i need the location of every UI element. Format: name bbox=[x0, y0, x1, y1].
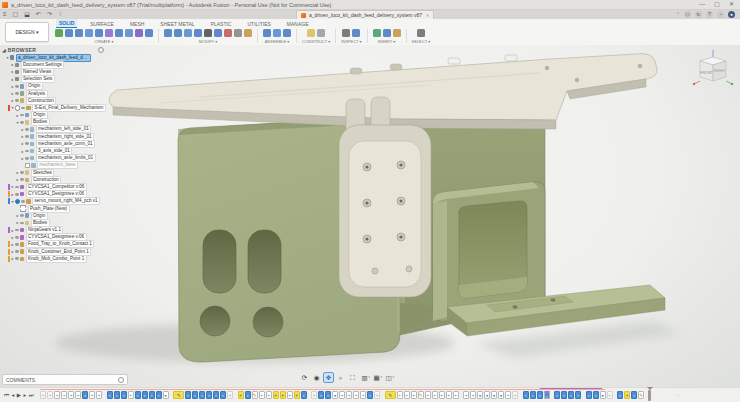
sketch-feature-icon[interactable]: + bbox=[294, 391, 300, 399]
browser-row[interactable]: ▸Document Settings bbox=[2, 61, 106, 68]
joint-feature-icon[interactable]: + bbox=[439, 391, 445, 399]
insert-mesh-icon[interactable] bbox=[393, 29, 401, 37]
visibility-eye-icon[interactable] bbox=[21, 200, 25, 203]
section-analysis-icon[interactable] bbox=[352, 29, 360, 37]
component-feature-icon[interactable]: ● bbox=[332, 391, 338, 399]
play-button[interactable]: ▶ bbox=[17, 388, 21, 402]
fit-icon[interactable]: ⛶ bbox=[348, 373, 357, 382]
suppressed-feature-icon[interactable]: + bbox=[47, 391, 53, 399]
tab-mesh[interactable]: MESH bbox=[127, 20, 147, 28]
view-cube[interactable]: FRONT RIGHT bbox=[692, 48, 734, 92]
joint-feature-icon[interactable]: + bbox=[411, 391, 417, 399]
visibility-eye-icon[interactable] bbox=[15, 193, 19, 196]
create-sketch-icon[interactable] bbox=[55, 29, 63, 37]
solid-feature-icon[interactable]: ▫ bbox=[586, 391, 592, 399]
extensions-icon[interactable]: ⬡ bbox=[684, 11, 691, 18]
solid-feature-icon[interactable]: ▫ bbox=[537, 391, 543, 399]
solid-feature-icon[interactable]: ▫ bbox=[156, 391, 162, 399]
component-feature-icon[interactable]: ● bbox=[477, 391, 483, 399]
component-feature-icon[interactable]: ● bbox=[163, 391, 169, 399]
close-button[interactable]: ✕ bbox=[729, 0, 734, 9]
sketch-feature-icon[interactable]: + bbox=[624, 391, 630, 399]
visibility-eye-icon[interactable] bbox=[25, 135, 29, 138]
joint-feature-icon[interactable]: + bbox=[453, 391, 459, 399]
suppressed-feature-icon[interactable]: + bbox=[607, 391, 613, 399]
expand-arrow-icon[interactable]: ▸ bbox=[11, 84, 15, 89]
document-tab[interactable]: a_driven_loco_kit_dash_feed_delivery_sys… bbox=[296, 10, 434, 20]
visibility-eye-icon[interactable] bbox=[15, 236, 19, 239]
expand-arrow-icon[interactable]: ▸ bbox=[16, 177, 20, 182]
joint-feature-icon[interactable]: + bbox=[505, 391, 511, 399]
visibility-eye-icon[interactable] bbox=[15, 257, 19, 260]
activate-radio[interactable] bbox=[15, 105, 21, 111]
expand-arrow-icon[interactable]: ▸ bbox=[16, 220, 20, 225]
sketch-feature-selected-icon[interactable]: ✎ bbox=[385, 391, 396, 399]
pan-icon[interactable]: ✥ bbox=[324, 373, 333, 382]
visibility-eye-icon[interactable] bbox=[25, 128, 29, 131]
solid-feature-icon[interactable]: ▫ bbox=[575, 391, 581, 399]
visibility-eye-icon[interactable] bbox=[15, 92, 19, 95]
combine-icon[interactable] bbox=[194, 29, 202, 37]
joint-feature-icon[interactable]: + bbox=[346, 391, 352, 399]
joint-feature-icon[interactable]: + bbox=[404, 391, 410, 399]
construction-axis-icon[interactable] bbox=[317, 29, 325, 37]
solid-feature-icon[interactable]: ▫ bbox=[530, 391, 536, 399]
visibility-eye-icon[interactable] bbox=[15, 99, 19, 102]
grid-settings-icon[interactable]: ▦▾ bbox=[372, 373, 381, 382]
minimize-button[interactable]: — bbox=[699, 0, 705, 9]
tab-sheet-metal[interactable]: SHEET METAL bbox=[157, 20, 197, 28]
export-icon[interactable]: ⇪ bbox=[58, 10, 63, 19]
solid-feature-icon[interactable]: ▫ bbox=[220, 391, 226, 399]
joint-feature-icon[interactable]: + bbox=[259, 391, 265, 399]
solid-feature-icon[interactable]: ▫ bbox=[213, 391, 219, 399]
tab-plastic[interactable]: PLASTIC bbox=[208, 20, 235, 28]
solid-feature-icon[interactable]: ▫ bbox=[523, 391, 529, 399]
move-icon[interactable] bbox=[204, 29, 212, 37]
expand-arrow-icon[interactable]: ▸ bbox=[11, 62, 15, 67]
step-forward-button[interactable]: ▸ bbox=[23, 388, 26, 402]
joint-feature-icon[interactable]: + bbox=[266, 391, 272, 399]
browser-row[interactable]: ▸Origin bbox=[2, 83, 106, 90]
revolve-icon[interactable] bbox=[85, 29, 93, 37]
change-parameters-icon[interactable] bbox=[234, 29, 242, 37]
joint-feature-icon[interactable]: + bbox=[96, 391, 102, 399]
expand-arrow-icon[interactable]: ▸ bbox=[21, 127, 25, 132]
visibility-eye-icon[interactable] bbox=[20, 114, 24, 117]
expand-arrow-icon[interactable]: ▸ bbox=[21, 149, 25, 154]
joint-feature-icon[interactable]: + bbox=[287, 391, 293, 399]
solid-feature-icon[interactable]: ▫ bbox=[149, 391, 155, 399]
suppressed-feature-icon[interactable]: + bbox=[227, 391, 233, 399]
sketch-feature-icon[interactable]: + bbox=[238, 391, 244, 399]
pattern-icon[interactable] bbox=[145, 29, 153, 37]
joint-icon[interactable] bbox=[273, 29, 281, 37]
loft-icon[interactable] bbox=[105, 29, 113, 37]
expand-arrow-icon[interactable]: ▸ bbox=[11, 91, 15, 96]
visibility-eye-icon[interactable] bbox=[20, 121, 24, 124]
expand-arrow-icon[interactable]: ▾ bbox=[6, 55, 10, 60]
visibility-eye-icon[interactable] bbox=[15, 250, 19, 253]
expand-arrow-icon[interactable]: ▾ bbox=[11, 105, 15, 110]
collapse-arrow-icon[interactable]: ◢ bbox=[2, 47, 6, 53]
expand-arrow-icon[interactable]: ▸ bbox=[11, 77, 15, 82]
sweep-icon[interactable] bbox=[95, 29, 103, 37]
visibility-eye-icon[interactable] bbox=[25, 150, 29, 153]
visibility-eye-icon[interactable] bbox=[20, 214, 24, 217]
expand-arrow-icon[interactable]: ▸ bbox=[11, 69, 15, 74]
suppressed-feature-icon[interactable]: + bbox=[512, 391, 518, 399]
joint-feature-icon[interactable]: + bbox=[360, 391, 366, 399]
decal-icon[interactable] bbox=[383, 29, 391, 37]
fillet-icon[interactable] bbox=[174, 29, 182, 37]
solid-feature-icon[interactable]: ▫ bbox=[318, 391, 324, 399]
browser-row[interactable]: ▾servo_mount_right_M4_pcb v1 bbox=[2, 198, 106, 205]
offset-plane-icon[interactable] bbox=[307, 29, 315, 37]
browser-row[interactable]: Push_Plate (New) bbox=[2, 205, 106, 212]
solid-feature-icon[interactable]: ▫ bbox=[367, 391, 373, 399]
joint-feature-icon[interactable]: + bbox=[425, 391, 431, 399]
visibility-eye-icon[interactable] bbox=[15, 243, 19, 246]
solid-feature-icon[interactable]: ▫ bbox=[192, 391, 198, 399]
delete-icon[interactable] bbox=[224, 29, 232, 37]
expand-arrow-icon[interactable]: ▸ bbox=[11, 235, 15, 240]
solid-feature-icon[interactable]: ▫ bbox=[82, 391, 88, 399]
joint-feature-icon[interactable]: + bbox=[463, 391, 469, 399]
look-at-icon[interactable]: ◉ bbox=[312, 373, 321, 382]
